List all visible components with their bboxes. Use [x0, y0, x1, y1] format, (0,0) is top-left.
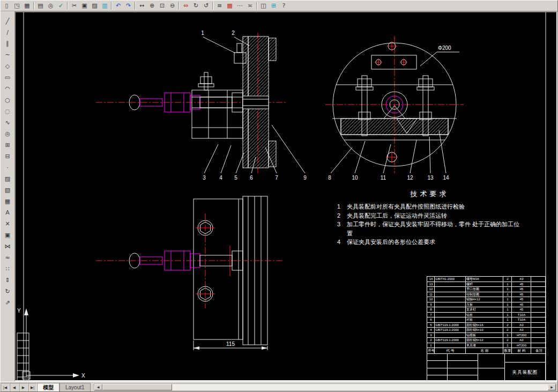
regen-icon[interactable]: ↺	[201, 1, 211, 10]
hatch-icon[interactable]: ▨	[2, 173, 13, 184]
callout-9: 9	[303, 175, 307, 181]
part-no: 8	[427, 307, 435, 313]
callout-12: 12	[407, 175, 413, 181]
help-icon[interactable]: ?	[279, 1, 289, 10]
drawing-canvas[interactable]: Y X	[14, 11, 557, 381]
part-note	[531, 277, 546, 282]
scroll-right-icon[interactable]: ▶	[548, 384, 556, 390]
part-qty: 2	[503, 328, 512, 333]
tab-first-button[interactable]: |◀	[1, 383, 10, 391]
print-preview-icon[interactable]: ◎	[46, 1, 56, 10]
tab-next-button[interactable]: ▶	[19, 383, 28, 391]
copy-object-icon[interactable]: ▣	[2, 230, 13, 240]
revision-cloud-icon[interactable]: ◌	[2, 106, 13, 116]
scroll-left-icon[interactable]: ◀	[94, 384, 102, 390]
scale-icon[interactable]: ⇗	[2, 297, 13, 308]
insert-block-icon[interactable]: ⊞	[2, 139, 13, 150]
redo-icon[interactable]: ↷	[123, 1, 133, 10]
title-block: 夹具装配图	[427, 354, 545, 381]
print-icon[interactable]: ▤	[35, 1, 46, 10]
redraw-icon[interactable]: ↻	[191, 1, 201, 10]
scrollbar-thumb[interactable]	[102, 384, 172, 390]
copy-icon[interactable]: ▣	[79, 1, 90, 10]
erase-icon[interactable]: ✕	[2, 218, 13, 229]
mirror-icon[interactable]: ⋈	[2, 241, 13, 252]
zoom-previous-icon[interactable]: ⊖	[167, 1, 177, 10]
circle-icon[interactable]: ○	[2, 94, 13, 105]
part-qty: 1	[503, 317, 512, 323]
spell-check-icon[interactable]: ✓	[56, 1, 66, 10]
front-view: Φ200	[325, 36, 464, 181]
table-row: 10销轴4×12145	[427, 297, 545, 302]
tab-last-button[interactable]: ▶|	[28, 383, 37, 391]
polygon-icon[interactable]: ◇	[2, 61, 13, 71]
spline-icon[interactable]: ∿	[2, 117, 13, 128]
part-code	[435, 307, 466, 313]
table-icon[interactable]: ▦	[2, 196, 13, 206]
save-icon[interactable]: ▦	[22, 1, 32, 10]
lineweight-icon[interactable]: ≍	[245, 1, 255, 10]
header-no: 序号	[427, 348, 435, 354]
part-qty: 1	[503, 287, 512, 292]
open-icon[interactable]: ◳	[12, 1, 22, 10]
layout-tab-bar: |◀ ◀ ▶ ▶| 模型 Layout1 ◀ ▶	[1, 381, 557, 391]
rectangle-icon[interactable]: ▭	[2, 72, 13, 83]
match-properties-icon[interactable]: ▥	[100, 1, 110, 10]
part-no: 2	[427, 338, 435, 343]
tab-prev-button[interactable]: ◀	[10, 383, 19, 391]
part-note	[531, 292, 546, 298]
part-qty: 1	[503, 307, 512, 313]
part-name: 压板	[466, 302, 503, 308]
offset-icon[interactable]: ≈	[2, 252, 13, 263]
array-icon[interactable]: ∷	[2, 263, 13, 274]
properties-icon[interactable]: ◫	[258, 1, 269, 10]
part-note	[531, 338, 546, 343]
table-row: 2GB/T119.1-2000圆柱销5×122A3	[427, 338, 545, 343]
new-icon[interactable]: ▯	[2, 1, 12, 10]
zoom-window-icon[interactable]: ⊡	[157, 1, 167, 10]
polyline-icon[interactable]: ~	[2, 49, 13, 60]
line-icon[interactable]: ╱	[2, 16, 13, 26]
callout-10: 10	[352, 175, 358, 181]
callout-13: 13	[427, 175, 434, 181]
header-code: 代 号	[435, 348, 466, 354]
horizontal-scrollbar[interactable]: ◀ ▶	[94, 383, 556, 391]
part-material: T10A	[512, 317, 531, 323]
ellipse-icon[interactable]: ◎	[2, 128, 13, 139]
tech-req-number: 1	[337, 202, 347, 211]
part-code	[435, 343, 466, 349]
table-row: 13螺杆145	[427, 282, 545, 287]
undo-icon[interactable]: ↶	[113, 1, 123, 10]
construction-line-icon[interactable]: ∕	[2, 27, 13, 38]
scrollbar-track[interactable]	[172, 384, 548, 390]
zoom-realtime-icon[interactable]: ⊕	[147, 1, 157, 10]
table-row: 3钻模板1HT200	[427, 333, 545, 338]
draw-toolbar: ╱ ∕ ∥ ~ ◇ ▭ ◠ ○ ◌ ∿ ◎ ⊞ ⊟ · ▨ ▧ ▦ A ✕ ▣ …	[1, 11, 14, 381]
multiline-icon[interactable]: ∥	[2, 38, 13, 49]
linetype-icon[interactable]: ⋯	[235, 1, 245, 10]
part-name: 螺母M16	[466, 277, 503, 282]
part-name: 钻套	[466, 313, 503, 318]
tab-model[interactable]: 模型	[37, 383, 59, 391]
toolbar-separator	[256, 2, 257, 10]
arc-icon[interactable]: ◠	[2, 83, 13, 94]
move-icon[interactable]: ⇕	[2, 275, 13, 285]
part-name: 特制垫圈	[466, 292, 503, 298]
toolbar-separator	[33, 2, 34, 10]
table-row: 14GB/T41-2000螺母M162A3	[427, 277, 545, 282]
pan-icon[interactable]: ↔	[137, 1, 147, 10]
paste-icon[interactable]: ▨	[90, 1, 100, 10]
distance-icon[interactable]: ⇔	[181, 1, 191, 10]
table-header-row: 序号代 号名 称数量材 料备注	[427, 348, 545, 354]
make-block-icon[interactable]: ⊟	[2, 151, 13, 161]
point-icon[interactable]: ·	[2, 162, 13, 173]
part-no: 5	[427, 323, 435, 328]
rotate-icon[interactable]: ↻	[2, 286, 13, 297]
region-icon[interactable]: ▧	[2, 184, 13, 195]
cut-icon[interactable]: ✂	[69, 1, 79, 10]
layers-icon[interactable]: ≡	[214, 1, 225, 10]
tab-layout1[interactable]: Layout1	[59, 383, 91, 391]
design-center-icon[interactable]: ⊞	[269, 1, 279, 10]
text-icon[interactable]: A	[2, 207, 13, 218]
layer-color-icon[interactable]: ▩	[225, 1, 235, 10]
